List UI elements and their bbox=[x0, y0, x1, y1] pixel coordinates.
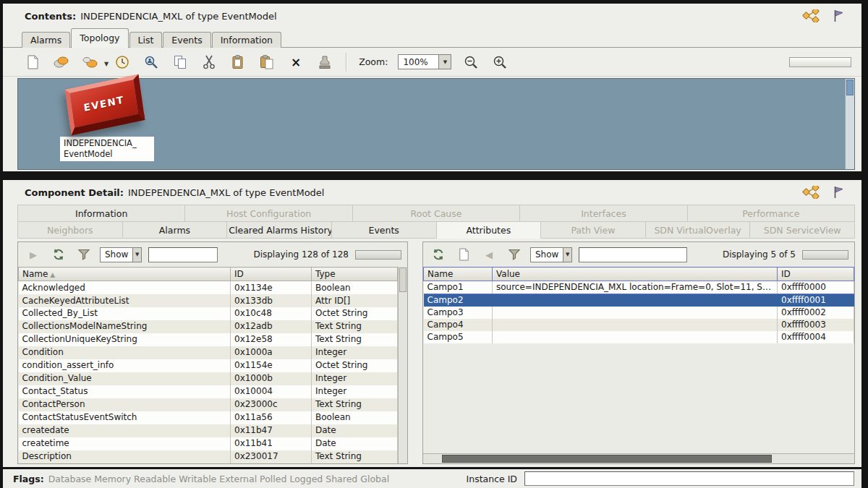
flag-icon[interactable] bbox=[833, 9, 844, 22]
new-document-button[interactable] bbox=[23, 53, 42, 72]
paste-button[interactable] bbox=[229, 53, 247, 72]
cell-id[interactable]: 0xffff0001 bbox=[778, 294, 854, 307]
scrollbar-thumb[interactable] bbox=[399, 267, 407, 292]
cell-id[interactable]: 0x23000c bbox=[231, 398, 312, 411]
cell-name[interactable]: Description bbox=[19, 450, 231, 463]
values-horizontal-scrollbar[interactable] bbox=[423, 453, 854, 463]
attributes-vertical-scrollbar[interactable] bbox=[398, 267, 407, 463]
tab-information[interactable]: Information bbox=[17, 205, 185, 222]
cell-name[interactable]: Campo1 bbox=[424, 281, 493, 294]
filter-button[interactable] bbox=[505, 245, 524, 264]
cell-id[interactable]: 0xffff0000 bbox=[778, 281, 854, 294]
table-row-campo1[interactable]: Campo1source=INDEPENDENCIA_MXL location=… bbox=[424, 281, 854, 294]
chevron-down-icon[interactable]: ▼ bbox=[563, 248, 571, 262]
cell-name[interactable]: Campo4 bbox=[424, 319, 493, 331]
cell-type[interactable]: Date bbox=[312, 424, 398, 437]
table-row-campo4[interactable]: Campo40xffff0003 bbox=[424, 319, 854, 331]
column-header-name[interactable]: Name bbox=[424, 267, 493, 281]
cell-type[interactable]: Octet String bbox=[312, 359, 398, 372]
chevron-down-icon[interactable]: ▼ bbox=[104, 61, 109, 67]
cell-id[interactable]: 0x10c48 bbox=[231, 307, 312, 320]
delete-button[interactable]: × bbox=[286, 53, 305, 72]
cell-id[interactable]: 0x12adb bbox=[231, 320, 312, 333]
cell-name[interactable]: Condition_Value bbox=[19, 372, 231, 385]
topology-map-icon[interactable] bbox=[802, 186, 821, 199]
cell-id[interactable]: 0x10004 bbox=[231, 385, 312, 398]
tab-events[interactable]: Events bbox=[332, 221, 437, 239]
dye-button[interactable] bbox=[315, 53, 334, 72]
insert-element-button[interactable] bbox=[52, 53, 71, 72]
topology-canvas[interactable]: EVENT INDEPENDENCIA_ EventModel bbox=[17, 78, 855, 170]
cell-name[interactable]: Collected_By_List bbox=[19, 307, 231, 320]
attribute-filter-input[interactable] bbox=[148, 247, 218, 262]
tab-alarms[interactable]: Alarms bbox=[22, 32, 70, 48]
flag-icon[interactable] bbox=[833, 186, 844, 199]
cell-value[interactable] bbox=[493, 307, 778, 319]
cell-id[interactable]: 0xffff0003 bbox=[778, 319, 854, 331]
cell-name[interactable]: Contact_Status bbox=[19, 385, 231, 398]
cell-name[interactable]: ContactPerson bbox=[19, 398, 231, 411]
tab-alarms[interactable]: Alarms bbox=[123, 221, 228, 239]
table-row-contact-status[interactable]: Contact_Status0x10004Integer bbox=[19, 385, 398, 398]
tab-cleared-alarms-history[interactable]: Cleared Alarms History bbox=[227, 221, 332, 239]
cell-id[interactable]: 0x1000a bbox=[231, 346, 312, 359]
cell-name[interactable]: CacheKeyedAttributeList bbox=[19, 294, 231, 307]
filter-button[interactable] bbox=[75, 245, 93, 264]
cell-id[interactable]: 0x11b47 bbox=[231, 424, 312, 437]
show-combobox[interactable]: Show ▼ bbox=[530, 247, 572, 262]
cell-name[interactable]: Acknowledged bbox=[19, 281, 231, 295]
paste-special-button[interactable] bbox=[258, 53, 276, 72]
cell-name[interactable]: condition_assert_info bbox=[19, 359, 231, 372]
cell-type[interactable]: Integer bbox=[312, 372, 398, 385]
refresh-button[interactable] bbox=[429, 245, 448, 264]
cell-name[interactable]: CollectionUniqueKeyString bbox=[19, 333, 231, 346]
scrollbar-thumb[interactable] bbox=[442, 455, 772, 463]
table-row-contactperson[interactable]: ContactPerson0x23000cText String bbox=[19, 398, 398, 411]
cell-id[interactable]: 0xffff0002 bbox=[778, 307, 854, 319]
cell-type[interactable]: Integer bbox=[312, 346, 398, 359]
cell-id[interactable]: 0x230017 bbox=[231, 450, 312, 463]
chevron-down-icon[interactable]: ▼ bbox=[438, 55, 451, 69]
cell-id[interactable]: 0x1154e bbox=[231, 359, 312, 372]
cell-value[interactable]: source=INDEPENDENCIA_MXL location=Frame=… bbox=[493, 281, 778, 294]
table-row-condition-assert-info[interactable]: condition_assert_info0x1154eOctet String bbox=[19, 359, 398, 372]
zoom-in-button[interactable] bbox=[490, 53, 509, 72]
cell-name[interactable]: ContactStatusEventSwitch bbox=[19, 411, 231, 424]
cell-name[interactable]: createdate bbox=[19, 424, 231, 437]
zoom-out-button[interactable] bbox=[461, 53, 480, 72]
column-header-id[interactable]: ID bbox=[231, 267, 312, 281]
cell-id[interactable]: 0x1134e bbox=[231, 281, 312, 295]
cell-value[interactable] bbox=[493, 319, 778, 331]
cell-type[interactable]: Text String bbox=[312, 398, 398, 411]
cell-name[interactable]: CollectionsModelNameString bbox=[19, 320, 231, 333]
table-row-collected-by-list[interactable]: Collected_By_List0x10c48Octet String bbox=[19, 307, 398, 320]
cell-type[interactable]: Text String bbox=[312, 450, 398, 463]
canvas-vertical-scrollbar[interactable] bbox=[845, 79, 854, 169]
value-filter-input[interactable] bbox=[579, 247, 687, 262]
cell-id[interactable]: 0x1000b bbox=[231, 372, 312, 385]
show-combobox[interactable]: Show ▼ bbox=[100, 247, 142, 262]
cell-name[interactable]: Campo3 bbox=[424, 307, 493, 319]
table-row-condition-value[interactable]: Condition_Value0x1000bInteger bbox=[19, 372, 398, 385]
table-row-campo2[interactable]: Campo20xffff0001 bbox=[424, 294, 854, 307]
cell-name[interactable]: Campo2 bbox=[424, 294, 493, 307]
cell-id[interactable]: 0xffff0004 bbox=[778, 331, 854, 343]
table-row-campo5[interactable]: Campo50xffff0004 bbox=[424, 331, 854, 343]
cell-type[interactable]: Text String bbox=[312, 320, 398, 333]
panel-splitter[interactable] bbox=[408, 241, 422, 464]
cell-type[interactable]: Octet String bbox=[312, 307, 398, 320]
cell-name[interactable]: createtime bbox=[19, 437, 231, 450]
column-header-name[interactable]: Name ▲ bbox=[19, 267, 231, 281]
copy-button[interactable] bbox=[171, 53, 190, 72]
cell-id[interactable]: 0x12e58 bbox=[231, 333, 312, 346]
column-header-value[interactable]: Value bbox=[493, 267, 778, 281]
find-button[interactable] bbox=[142, 53, 161, 72]
cell-type[interactable]: Date bbox=[312, 437, 398, 450]
cell-type[interactable]: Text String bbox=[312, 333, 398, 346]
refresh-button[interactable] bbox=[49, 245, 68, 264]
tab-events[interactable]: Events bbox=[163, 32, 210, 48]
column-header-id[interactable]: ID bbox=[778, 267, 854, 281]
tab-topology[interactable]: Topology bbox=[71, 28, 128, 48]
tab-information[interactable]: Information bbox=[212, 32, 281, 48]
cut-button[interactable] bbox=[200, 53, 218, 72]
